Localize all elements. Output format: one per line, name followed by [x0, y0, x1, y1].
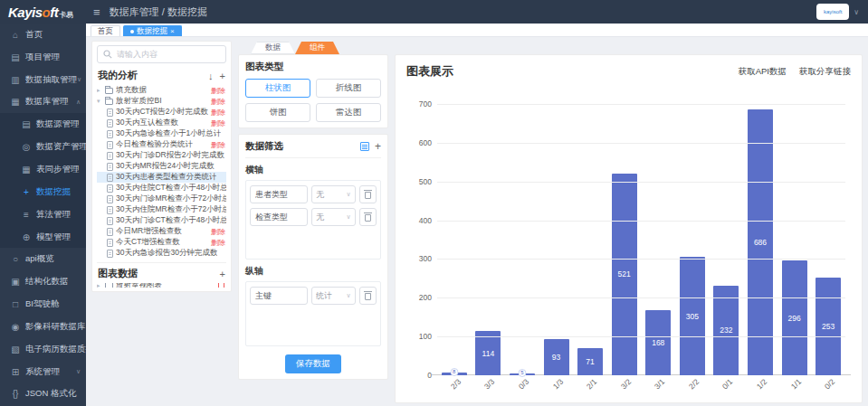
chart-type-雷达图[interactable]: 雷达图 — [316, 103, 381, 122]
sidebar-item-mining[interactable]: +数据挖掘 — [0, 181, 86, 203]
bar[interactable]: 71 — [577, 348, 603, 375]
agg-select[interactable]: 无∨ — [311, 208, 356, 226]
delete-row-button[interactable] — [359, 287, 377, 305]
tree-file[interactable]: 30天内住院MR检查小于72小时总计 — [97, 204, 226, 215]
agg-select[interactable]: 统计∨ — [311, 287, 356, 305]
delete-chart-data-button[interactable] — [217, 283, 226, 288]
tab-数据挖掘[interactable]: 数据挖掘× — [123, 25, 182, 36]
tree-file[interactable]: 今日检查检验分类统计删除 — [97, 139, 226, 150]
tree-file[interactable]: 今日MR增强检查数删除 — [97, 226, 226, 237]
structured-icon: ▣ — [9, 277, 22, 287]
add-chart-data-icon[interactable]: + — [220, 269, 225, 279]
bar[interactable]: 305 — [680, 257, 705, 375]
tree-file[interactable]: 30天内CT报告2小时完成数删除 — [97, 107, 226, 118]
save-data-button[interactable]: 保存数据 — [285, 354, 341, 373]
tree-file[interactable]: 30天内急诊检查小于1小时总计 — [97, 128, 226, 139]
delete-link[interactable]: 删除 — [211, 227, 226, 237]
tab-data[interactable]: 数据 — [251, 42, 295, 54]
filter-row: 无∨ — [250, 208, 377, 226]
tree-file[interactable]: 30天内互认检查数删除 — [97, 118, 226, 128]
chart-type-title: 图表类型 — [245, 61, 381, 73]
avatar[interactable]: kayisoft — [816, 4, 849, 20]
bar[interactable]: 232 — [713, 286, 739, 375]
sidebar-item-api[interactable]: ○api概览 — [0, 248, 86, 270]
tab-component[interactable]: 组件 — [295, 42, 339, 54]
bar-value-label: 71 — [586, 357, 594, 366]
tree-folder[interactable]: ▸填充数据删除 — [97, 85, 226, 96]
delete-link[interactable]: 删除 — [211, 86, 226, 96]
agg-select-value: 无 — [316, 212, 347, 223]
bar[interactable]: 521 — [612, 174, 637, 375]
add-filter-icon[interactable]: + — [375, 140, 381, 153]
sidebar-item-structured[interactable]: ▣结构化数据 — [0, 270, 86, 293]
tree-file[interactable]: 30天内急诊报告30分钟完成数 — [97, 248, 226, 259]
tree-item-label: 30天内住院CT检查小于48小时总计 — [116, 183, 226, 194]
sidebar-item-project[interactable]: ▤项目管理 — [0, 46, 86, 69]
sidebar-item-algorithm[interactable]: ≡算法管理 — [0, 203, 86, 226]
x-axis-tick-label: 1/3 — [550, 377, 564, 391]
chevron-down-icon[interactable]: ∨ — [854, 8, 859, 16]
sidebar-item-asset[interactable]: ◎数据资产管理 — [0, 136, 86, 158]
tree-file[interactable]: 30天内门诊MR检查小于72小时总计 — [97, 194, 226, 204]
sidebar-item-datasource[interactable]: ▤数据源管理 — [0, 113, 86, 136]
sidebar-item-bi-cockpit[interactable]: □BI驾驶舱 — [0, 293, 86, 316]
get-share-link[interactable]: 获取分享链接 — [799, 66, 851, 78]
field-input[interactable] — [250, 287, 308, 305]
field-input[interactable] — [250, 185, 308, 203]
tree-file[interactable]: 30天内门诊CT检查小于48小时总计 — [97, 215, 226, 226]
tree-file[interactable]: 今天CT增强检查数删除 — [97, 237, 226, 248]
sidebar-item-system[interactable]: ⊞系统管理∨ — [0, 361, 86, 383]
agg-select[interactable]: 无∨ — [311, 185, 356, 203]
tree-caret-icon[interactable]: ▸ — [97, 283, 102, 288]
datasource-icon: ▤ — [20, 119, 33, 129]
bar-value-label: 93 — [552, 353, 560, 362]
bar[interactable]: 296 — [782, 260, 807, 375]
chart-type-饼图[interactable]: 饼图 — [245, 103, 310, 122]
tree-caret-icon[interactable]: ▸ — [97, 87, 102, 94]
chart-type-折线图[interactable]: 折线图 — [316, 79, 381, 98]
tree-item-label: 30天内MR报告24小时完成数 — [116, 161, 215, 172]
bar[interactable]: 253 — [816, 278, 841, 375]
add-analysis-icon[interactable]: + — [220, 71, 225, 81]
close-icon[interactable]: × — [170, 27, 175, 35]
filter-icon[interactable] — [360, 142, 369, 151]
sidebar-item-database[interactable]: ▦数据库管理∧ — [0, 91, 86, 114]
bar[interactable]: 686 — [748, 109, 773, 375]
delete-link[interactable]: 删除 — [211, 108, 226, 118]
delete-row-button[interactable] — [359, 185, 377, 203]
sidebar-item-label: 数据源管理 — [36, 118, 80, 130]
download-icon[interactable]: ↓ — [208, 71, 214, 81]
tree-file[interactable]: 30天内住院CT检查小于48小时总计 — [97, 183, 226, 194]
sidebar-item-json-format[interactable]: {}JSON 格式化 — [0, 383, 86, 406]
tree-caret-icon[interactable]: ▾ — [97, 98, 102, 105]
delete-link[interactable]: 删除 — [211, 238, 226, 248]
tab-首页[interactable]: 首页 — [91, 25, 120, 36]
sidebar-item-extract[interactable]: ▥数据抽取管理∨ — [0, 69, 86, 91]
field-input[interactable] — [250, 208, 308, 226]
sidebar-item-home[interactable]: ⌂首页 — [0, 24, 86, 46]
delete-link[interactable]: 删除 — [211, 140, 226, 150]
chart-data-item[interactable]: ▸ 放射室视图表 — [97, 283, 226, 288]
bar[interactable]: 93 — [544, 339, 569, 375]
bar[interactable]: 114 — [475, 331, 501, 375]
delete-link[interactable]: 删除 — [211, 118, 226, 128]
gridline — [437, 221, 845, 222]
chart-type-柱状图[interactable]: 柱状图 — [245, 79, 310, 98]
sidebar-item-table-sync[interactable]: ▦表同步管理 — [0, 158, 86, 181]
bar[interactable]: 168 — [645, 310, 671, 375]
tree-file[interactable]: 30天内门诊DR报告2小时完成数 — [97, 150, 226, 161]
get-api-data-link[interactable]: 获取API数据 — [739, 66, 787, 78]
delete-link[interactable]: 删除 — [211, 97, 226, 107]
file-icon — [107, 195, 113, 203]
hamburger-icon[interactable]: ≡ — [93, 5, 100, 19]
sidebar-item-emr-qc[interactable]: ▧电子病历数据质控 — [0, 338, 86, 361]
sidebar-item-model[interactable]: ⊕模型管理 — [0, 226, 86, 249]
tree-folder[interactable]: ▾放射室质控BI删除 — [97, 96, 226, 107]
file-icon — [107, 163, 113, 171]
tree-file[interactable]: 30天内MR报告24小时完成数 — [97, 161, 226, 172]
tree-file[interactable]: 30天内患者类型检查分类统计 — [97, 172, 226, 183]
delete-row-button[interactable] — [359, 208, 377, 226]
file-icon — [107, 206, 113, 214]
sidebar-item-imaging-db[interactable]: ◉影像科研数据库 — [0, 316, 86, 338]
search-input[interactable]: 请输入内容 — [97, 45, 226, 63]
